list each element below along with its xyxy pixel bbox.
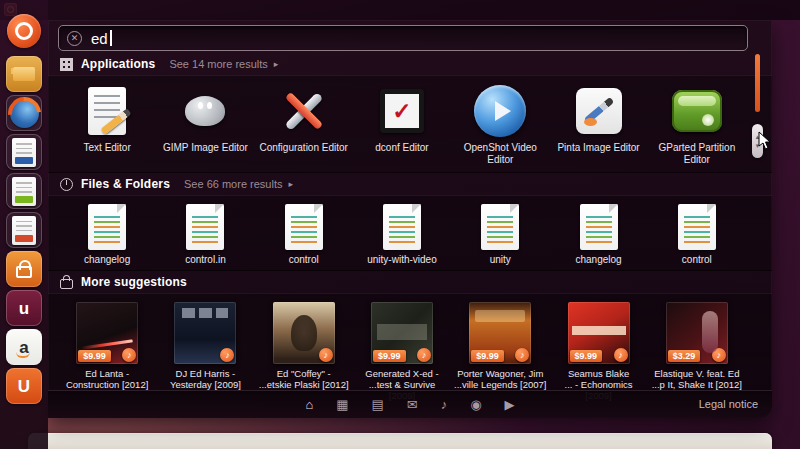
suggestions-section-header: More suggestions: [48, 271, 772, 293]
search-input[interactable]: ✕ ed: [58, 25, 748, 51]
photos-lens-icon[interactable]: ◉: [470, 398, 481, 411]
applications-section-header: Applications See 14 more results ▸: [48, 53, 772, 75]
album-cover: $9.99 ♪: [568, 302, 630, 364]
document-icon: [285, 204, 323, 250]
clear-search-icon[interactable]: ✕: [67, 31, 82, 46]
suggestions-section-title: More suggestions: [81, 275, 187, 289]
file-result[interactable]: control.in: [156, 203, 254, 266]
applications-lens-icon[interactable]: ▦: [336, 398, 348, 411]
top-panel: [0, 0, 800, 20]
music-suggestion[interactable]: ♪ DJ Ed Harris -Yesterday [2009]: [156, 301, 254, 401]
suggestions-results-row: $9.99 ♪ Ed Lanta -Construction [2012] ♪ …: [48, 293, 772, 394]
music-suggestion[interactable]: ♪ Ed "Coffey" -...etskie Plaski [2012]: [255, 301, 353, 401]
music-note-icon: ♪: [515, 348, 529, 362]
home-lens-icon[interactable]: ⌂: [305, 398, 313, 411]
chevron-right-icon: ▸: [288, 179, 293, 189]
legal-notice-link[interactable]: Legal notice: [699, 398, 758, 410]
pinta-image-editor-icon: [576, 88, 622, 134]
scrollbar-thumb[interactable]: [755, 54, 760, 112]
music-note-icon: ♪: [220, 348, 234, 362]
app-result-text-editor[interactable]: Text Editor: [58, 83, 156, 167]
file-result[interactable]: changelog: [549, 203, 647, 266]
desktop: u a U ✕ ed Applications See 14 more resu…: [0, 0, 800, 449]
music-suggestion[interactable]: $9.99 ♪ Generated X-ed -...test & Surviv…: [353, 301, 451, 401]
music-suggestion[interactable]: $9.99 ♪ Seamus Blake... - Echonomics [20…: [549, 301, 647, 401]
files-section-title: Files & Folders: [81, 177, 170, 191]
see-more-files-link[interactable]: See 66 more results ▸: [184, 178, 293, 190]
files-launcher-icon[interactable]: [6, 56, 42, 92]
chevron-right-icon: ▸: [274, 59, 279, 69]
file-result[interactable]: changelog: [58, 203, 156, 266]
libreoffice-writer-icon[interactable]: [6, 134, 42, 170]
music-note-icon: ♪: [122, 348, 136, 362]
document-icon: [186, 204, 224, 250]
price-badge: $9.99: [471, 350, 504, 362]
file-result[interactable]: unity-with-video: [353, 203, 451, 266]
applications-section-title: Applications: [81, 57, 155, 71]
music-suggestion[interactable]: $9.99 ♪ Ed Lanta -Construction [2012]: [58, 301, 156, 401]
music-lens-icon[interactable]: ♪: [441, 398, 448, 411]
album-cover: ♪: [273, 302, 335, 364]
mouse-cursor: [758, 131, 772, 155]
ubuntu-dash-icon[interactable]: [7, 14, 41, 48]
album-cover: $9.99 ♪: [469, 302, 531, 364]
search-area: ✕ ed: [48, 20, 772, 53]
openshot-video-editor-icon: [474, 85, 526, 137]
text-caret: [110, 30, 112, 46]
price-badge: $9.99: [373, 350, 406, 362]
files-lens-icon[interactable]: ▤: [372, 398, 384, 411]
app-result-openshot[interactable]: OpenShot Video Editor: [451, 83, 549, 167]
album-cover: ♪: [174, 302, 236, 364]
document-icon: [678, 204, 716, 250]
music-suggestion[interactable]: $9.99 ♪ Porter Wagoner, Jim...ville Lege…: [451, 301, 549, 401]
files-section-icon: [60, 178, 73, 191]
files-section-header: Files & Folders See 66 more results ▸: [48, 173, 772, 195]
see-more-applications-link[interactable]: See 14 more results ▸: [169, 58, 278, 70]
ubuntu-one-music-icon[interactable]: u: [6, 290, 42, 326]
music-note-icon: ♪: [712, 348, 726, 362]
price-badge: $9.99: [78, 350, 111, 362]
document-icon: [88, 204, 126, 250]
album-cover: $9.99 ♪: [76, 302, 138, 364]
album-cover: $3.29 ♪: [666, 302, 728, 364]
libreoffice-calc-icon[interactable]: [6, 173, 42, 209]
gimp-image-editor-icon: [181, 89, 229, 133]
configuration-editor-icon: [278, 85, 330, 137]
app-result-gimp[interactable]: GIMP Image Editor: [156, 83, 254, 167]
libreoffice-impress-icon[interactable]: [6, 212, 42, 248]
search-query-text: ed: [91, 30, 108, 47]
price-badge: $9.99: [570, 350, 603, 362]
ubuntu-one-icon[interactable]: U: [6, 368, 42, 404]
music-note-icon: ♪: [417, 348, 431, 362]
applications-section-icon: [60, 58, 73, 71]
app-result-configuration-editor[interactable]: Configuration Editor: [255, 83, 353, 167]
video-lens-icon[interactable]: ▶: [505, 398, 515, 411]
firefox-icon[interactable]: [6, 95, 42, 131]
ubuntu-software-center-icon[interactable]: [6, 251, 42, 287]
music-suggestion[interactable]: $3.29 ♪ Elastique V. feat. Ed...p It, Sh…: [648, 301, 746, 401]
dash-overlay: ✕ ed Applications See 14 more results ▸ …: [48, 20, 772, 418]
app-result-dconf-editor[interactable]: ✓ dconf Editor: [353, 83, 451, 167]
files-results-row: changelog control.in control unity-with-…: [48, 195, 772, 271]
suggestions-section-icon: [60, 279, 73, 289]
social-lens-icon[interactable]: ✉: [407, 398, 418, 411]
amazon-icon[interactable]: a: [6, 329, 42, 365]
background-window-edge[interactable]: [28, 433, 772, 449]
gparted-partition-editor-icon: [672, 90, 722, 132]
text-editor-icon: [88, 87, 126, 135]
app-result-pinta[interactable]: Pinta Image Editor: [549, 83, 647, 167]
applications-results-row: Text Editor GIMP Image Editor Configurat…: [48, 75, 772, 173]
file-result[interactable]: control: [255, 203, 353, 266]
document-icon: [580, 204, 618, 250]
app-result-gparted[interactable]: GParted Partition Editor: [648, 83, 746, 167]
album-cover: $9.99 ♪: [371, 302, 433, 364]
document-icon: [481, 204, 519, 250]
dconf-editor-icon: ✓: [380, 89, 424, 133]
document-icon: [383, 204, 421, 250]
lens-bar: ⌂ ▦ ▤ ✉ ♪ ◉ ▶ Legal notice: [48, 390, 772, 418]
launcher: u a U: [0, 0, 48, 449]
file-result[interactable]: unity: [451, 203, 549, 266]
file-result[interactable]: control: [648, 203, 746, 266]
music-note-icon: ♪: [614, 348, 628, 362]
price-badge: $3.29: [668, 350, 701, 362]
